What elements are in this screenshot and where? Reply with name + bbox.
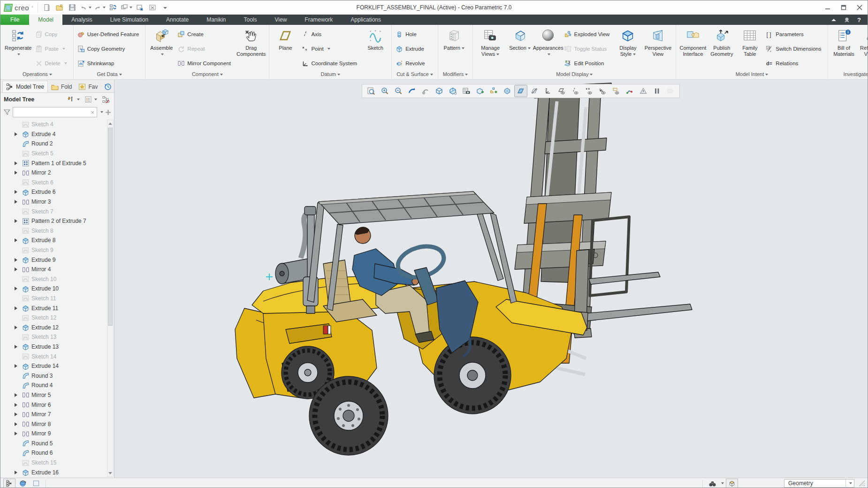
help-icon[interactable]: ? [857,16,861,23]
tree-item-pattern-1-of-extrude-5[interactable]: Pattern 1 of Extrude 5 [0,158,114,168]
ribbon-button-manage-views[interactable]: Manage Views [475,26,506,71]
ribbon-button-reference-viewer[interactable]: iReference Viewer [858,26,868,71]
expand-arrow-icon[interactable] [15,132,22,136]
tree-item-sketch-4[interactable]: Sketch 4 [0,120,114,130]
tree-item-extrude-12[interactable]: Extrude 12 [0,322,114,332]
forklift-3d-model[interactable] [114,80,868,478]
tree-item-sketch-6[interactable]: Sketch 6 [0,178,114,188]
ribbon-button-exploded-view[interactable]: Exploded View [563,30,613,38]
ribbon-group-label-datum[interactable]: Datum [269,71,391,79]
tree-item-mirror-7[interactable]: Mirror 7 [0,410,114,419]
expand-arrow-icon[interactable] [15,267,22,271]
model-select-button[interactable] [726,479,738,488]
tab-model[interactable]: Model [29,15,62,25]
tab-analysis[interactable]: Analysis [62,15,101,25]
ribbon-button-paste[interactable]: Paste [34,45,70,53]
tree-item-extrude-11[interactable]: Extrude 11 [0,303,114,313]
filter-dropdown-arrow[interactable] [100,111,103,113]
gtoolbar-shade-button[interactable] [419,85,432,97]
tree-item-extrude-10[interactable]: Extrude 10 [0,284,114,294]
ribbon-button-plane[interactable]: Plane [271,26,299,71]
ribbon-button-display-style[interactable]: Display Style [614,26,642,71]
ribbon-group-label-cut-surface[interactable]: Cut & Surface [392,71,437,79]
select-box-button[interactable] [30,479,42,488]
tree-item-sketch-13[interactable]: Sketch 13 [0,332,114,342]
ribbon-group-label-modifiers[interactable]: Modifiers [438,71,473,79]
tree-item-extrude-13[interactable]: Extrude 13 [0,342,114,352]
gtoolbar-refit-button[interactable] [365,85,378,97]
tab-tools[interactable]: Tools [235,15,266,25]
panel-tab-fold[interactable]: Fold [48,81,75,92]
ribbon-group-label-get-data[interactable]: Get Data [74,71,145,79]
gtoolbar-warn-button[interactable] [637,85,650,97]
ribbon-button-extrude[interactable]: Extrude [395,45,428,53]
qat-window-multi-button[interactable] [120,2,133,13]
expand-arrow-icon[interactable] [15,238,22,242]
ribbon-button-revolve[interactable]: Revolve [395,59,428,68]
tree-item-sketch-5[interactable]: Sketch 5 [0,149,114,159]
tab-framework[interactable]: Framework [296,15,342,25]
gtoolbar-tageye-button[interactable] [609,85,623,97]
tree-item-sketch-11[interactable]: Sketch 11 [0,294,114,304]
ribbon-button-bill-of-materials[interactable]: iBill of Materials [830,26,858,71]
ribbon-button-axis[interactable]: Axis [300,30,360,38]
gtoolbar-secplus-button[interactable] [473,85,487,97]
ribbon-button-copy-geometry[interactable]: Copy Geometry [76,45,143,53]
expand-arrow-icon[interactable] [15,306,22,310]
gtoolbar-zout-button[interactable] [392,85,405,97]
tree-item-round-6[interactable]: Round 6 [0,448,114,458]
ribbon-button-drag-components[interactable]: Drag Components [235,26,267,71]
search-dropdown-arrow[interactable] [721,482,724,484]
ribbon-button-component-interface[interactable]: Component Interface [678,26,708,71]
gtoolbar-zin-button[interactable] [378,85,391,97]
qat-qat-customize-button[interactable] [159,2,171,13]
tree-item-pattern-2-of-extrude-7[interactable]: Pattern 2 of Extrude 7 [0,216,114,226]
scroll-down-arrow[interactable] [107,470,113,476]
tree-item-sketch-8[interactable]: Sketch 8 [0,226,114,236]
ribbon-button-create[interactable]: Create [176,30,234,38]
gtoolbar-style-button[interactable] [433,85,446,97]
tree-item-round-3[interactable]: Round 3 [0,371,114,381]
ribbon-button-repeat[interactable]: Repeat [176,45,234,53]
ribbon-button-appearances[interactable]: Appearances [534,26,562,71]
ribbon-button-coordinate-system[interactable]: Coordinate System [300,59,360,68]
gtoolbar-csyseye-button[interactable] [596,85,609,97]
expand-arrow-icon[interactable] [15,422,22,426]
ribbon-group-label-component[interactable]: Component [145,71,269,79]
graphics-viewport[interactable] [114,80,868,478]
ribbon-button-switch-dimensions[interactable]: 15xSwitch Dimensions [765,45,824,53]
qat-regen-small-button[interactable] [107,2,119,13]
tab-applications[interactable]: Applications [342,15,390,25]
qat-save-button[interactable] [66,2,78,13]
ribbon-button-delete[interactable]: Delete [34,59,70,68]
ribbon-button-assemble[interactable]: Assemble [147,26,175,71]
tree-filter-input[interactable] [15,108,91,116]
tree-item-sketch-14[interactable]: Sketch 14 [0,351,114,361]
expand-arrow-icon[interactable] [15,471,22,474]
tree-item-mirror-8[interactable]: Mirror 8 [0,419,114,429]
ribbon-button-regenerate[interactable]: Regenerate [3,26,33,71]
qat-window-activate-button[interactable] [134,2,146,13]
ribbon-button-perspective-view[interactable]: Perspective View [642,26,674,71]
ribbon-button-edit-position[interactable]: Edit Position [563,59,613,68]
panel-tab-hist[interactable]: Hist [101,81,114,92]
ribbon-button-relations[interactable]: d=Relations [765,59,824,68]
maximize-button[interactable] [836,1,852,14]
tree-item-sketch-7[interactable]: Sketch 7 [0,206,114,216]
qat-undo-button[interactable] [79,2,92,13]
tree-item-sketch-10[interactable]: Sketch 10 [0,274,114,284]
tree-item-extrude-16[interactable]: Extrude 16 [0,467,114,477]
close-button[interactable] [852,1,868,14]
expand-arrow-icon[interactable] [15,190,22,194]
gtoolbar-axiseye-button[interactable] [569,85,582,97]
gtoolbar-repaint-button[interactable] [405,85,419,97]
filter-clear-icon[interactable]: × [91,109,94,116]
panel-tab-model-tree[interactable]: Model Tree [2,81,48,93]
tree-toggle-button[interactable] [3,479,15,488]
gtoolbar-gallery-button[interactable] [446,85,459,97]
ribbon-button-copy[interactable]: Copy [34,30,70,38]
expand-arrow-icon[interactable] [15,171,22,175]
tree-item-mirror-9[interactable]: Mirror 9 [0,429,114,439]
tree-item-extrude-9[interactable]: Extrude 9 [0,255,114,265]
gtoolbar-pause-button[interactable] [650,85,663,97]
